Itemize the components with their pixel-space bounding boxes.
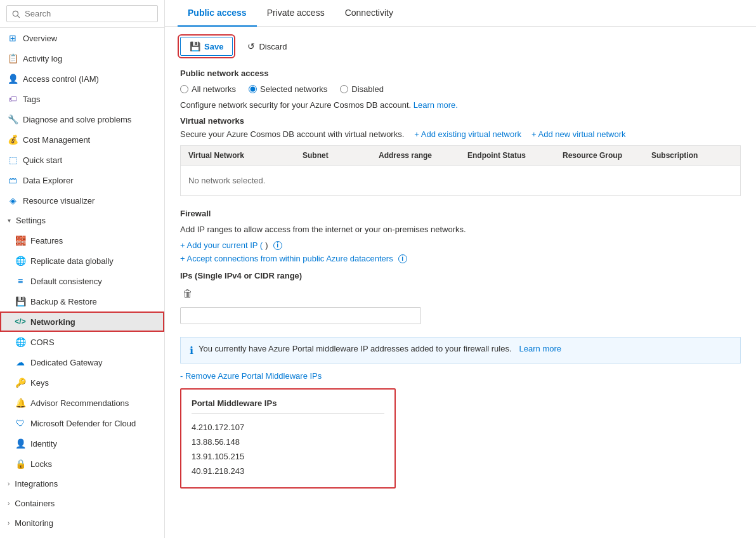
sidebar-item-label: Resource visualizer: [23, 196, 94, 206]
sidebar-item-label: Keys: [30, 378, 49, 388]
firewall-title: Firewall: [180, 209, 741, 218]
sidebar-item-defender[interactable]: 🛡 Microsoft Defender for Cloud: [0, 413, 164, 433]
save-button[interactable]: 💾 Save: [180, 37, 233, 56]
containers-section-header[interactable]: › Containers: [0, 494, 164, 513]
sidebar-item-networking[interactable]: </> Networking: [0, 312, 164, 332]
content-area: 💾 Save ↺ Discard Public network access A…: [165, 27, 756, 499]
advisor-icon: 🔔: [15, 398, 25, 408]
configure-learn-more-link[interactable]: Learn more.: [414, 100, 458, 110]
radio-disabled-input[interactable]: [340, 85, 348, 93]
vnet-header: Secure your Azure Cosmos DB account with…: [180, 129, 741, 139]
radio-all-networks-label: All networks: [192, 84, 236, 94]
monitoring-chevron-icon: ›: [8, 520, 10, 527]
settings-section-header[interactable]: ▾ Settings: [0, 211, 164, 230]
sidebar-item-identity[interactable]: 👤 Identity: [0, 433, 164, 454]
tab-private-access[interactable]: Private access: [257, 0, 335, 27]
col-subscription: Subscription: [651, 151, 727, 160]
sidebar-item-label: Networking: [30, 317, 75, 327]
sidebar-item-label: Microsoft Defender for Cloud: [30, 419, 136, 428]
discard-button[interactable]: ↺ Discard: [238, 37, 296, 56]
sidebar-item-label: Overview: [23, 34, 57, 43]
firewall-desc: Add IP ranges to allow access from the i…: [180, 225, 741, 234]
public-network-access-title: Public network access: [180, 69, 741, 78]
monitoring-label: Monitoring: [15, 518, 53, 528]
vnet-title: Virtual networks: [180, 116, 741, 126]
current-ip-value: ): [265, 240, 268, 250]
info-banner-icon: ℹ: [190, 344, 193, 357]
col-endpoint-status: Endpoint Status: [467, 151, 563, 160]
radio-all-networks-input[interactable]: [180, 85, 188, 93]
integrations-label: Integrations: [15, 479, 58, 489]
integrations-section-header[interactable]: › Integrations: [0, 474, 164, 494]
tab-public-access[interactable]: Public access: [178, 0, 257, 27]
sidebar-item-access-control[interactable]: 👤 Access control (IAM): [0, 69, 164, 89]
sidebar-item-cost-management[interactable]: 💰 Cost Management: [0, 129, 164, 150]
add-current-ip-info-icon[interactable]: i: [273, 241, 282, 250]
sidebar-item-features[interactable]: 🧱 Features: [0, 230, 164, 251]
sidebar-item-label: Access control (IAM): [23, 74, 99, 84]
monitoring-section-header[interactable]: › Monitoring: [0, 513, 164, 533]
sidebar-item-locks[interactable]: 🔒 Locks: [0, 454, 164, 474]
network-access-options: All networks Selected networks Disabled: [180, 84, 741, 94]
sidebar-item-label: Diagnose and solve problems: [23, 115, 131, 124]
portal-ip-0: 4.210.172.107: [192, 420, 384, 435]
search-input[interactable]: [6, 5, 158, 22]
backup-restore-icon: 💾: [15, 296, 25, 306]
sidebar-item-backup-restore[interactable]: 💾 Backup & Restore: [0, 291, 164, 312]
default-consistency-icon: ≡: [15, 276, 25, 286]
sidebar-item-label: Tags: [23, 95, 40, 104]
add-new-vnet-link[interactable]: + Add new virtual network: [531, 129, 626, 139]
delete-ip-icon[interactable]: 🗑: [180, 285, 195, 302]
info-banner: ℹ You currently have Azure Portal middle…: [180, 337, 741, 364]
data-explorer-icon: 🗃: [8, 175, 18, 185]
info-banner-learn-more-link[interactable]: Learn more: [519, 344, 561, 353]
firewall-section: Firewall Add IP ranges to allow access f…: [180, 209, 741, 324]
sidebar: ⊞ Overview 📋 Activity log 👤 Access contr…: [0, 0, 165, 538]
cost-management-icon: 💰: [8, 134, 18, 145]
sidebar-item-default-consistency[interactable]: ≡ Default consistency: [0, 271, 164, 291]
add-current-ip-link[interactable]: + Add your current IP (: [180, 240, 263, 250]
configure-desc: Configure network security for your Azur…: [180, 100, 741, 110]
portal-middleware-title: Portal Middleware IPs: [192, 398, 384, 414]
sidebar-item-dedicated-gateway[interactable]: ☁ Dedicated Gateway: [0, 352, 164, 372]
tab-connectivity[interactable]: Connectivity: [335, 0, 403, 27]
sidebar-item-resource-visualizer[interactable]: ◈ Resource visualizer: [0, 190, 164, 211]
radio-selected-networks[interactable]: Selected networks: [249, 84, 327, 94]
accept-connections-link[interactable]: + Accept connections from within public …: [180, 254, 393, 263]
sidebar-item-label: Advisor Recommendations: [30, 398, 129, 408]
sidebar-item-keys[interactable]: 🔑 Keys: [0, 372, 164, 393]
networking-icon: </>: [15, 317, 25, 327]
portal-ip-3: 40.91.218.243: [192, 464, 384, 478]
portal-ip-1: 13.88.56.148: [192, 435, 384, 449]
vnet-table: Virtual Network Subnet Address range End…: [180, 145, 741, 196]
defender-icon: 🛡: [15, 418, 25, 428]
add-existing-vnet-link[interactable]: + Add existing virtual network: [414, 129, 521, 139]
sidebar-item-tags[interactable]: 🏷 Tags: [0, 89, 164, 109]
accept-connections-info-icon[interactable]: i: [398, 254, 407, 263]
sidebar-item-quick-start[interactable]: ⬚ Quick start: [0, 150, 164, 170]
sidebar-item-data-explorer[interactable]: 🗃 Data Explorer: [0, 170, 164, 190]
radio-selected-networks-input[interactable]: [249, 85, 257, 93]
ip-input[interactable]: [180, 307, 421, 324]
sidebar-item-label: Replicate data globally: [30, 256, 114, 266]
table-empty-message: No network selected.: [181, 166, 740, 195]
virtual-networks-section: Virtual networks Secure your Azure Cosmo…: [180, 116, 741, 196]
sidebar-item-advisor[interactable]: 🔔 Advisor Recommendations: [0, 393, 164, 413]
sidebar-item-cors[interactable]: 🌐 CORS: [0, 332, 164, 352]
activity-log-icon: 📋: [8, 53, 18, 63]
sidebar-item-overview[interactable]: ⊞ Overview: [0, 28, 164, 48]
discard-label: Discard: [259, 42, 287, 51]
cors-icon: 🌐: [15, 337, 25, 347]
radio-disabled[interactable]: Disabled: [340, 84, 384, 94]
sidebar-item-replicate[interactable]: 🌐 Replicate data globally: [0, 251, 164, 271]
sidebar-item-activity-log[interactable]: 📋 Activity log: [0, 48, 164, 69]
vnet-desc: Secure your Azure Cosmos DB account with…: [180, 129, 404, 139]
main-content: Public access Private access Connectivit…: [165, 0, 756, 538]
tab-bar: Public access Private access Connectivit…: [165, 0, 756, 27]
sidebar-item-label: Default consistency: [30, 277, 102, 286]
radio-all-networks[interactable]: All networks: [180, 84, 236, 94]
diagnose-icon: 🔧: [8, 114, 18, 124]
remove-portal-middleware-link[interactable]: - Remove Azure Portal Middleware IPs: [180, 371, 322, 381]
sidebar-item-diagnose[interactable]: 🔧 Diagnose and solve problems: [0, 109, 164, 129]
containers-label: Containers: [15, 499, 55, 508]
